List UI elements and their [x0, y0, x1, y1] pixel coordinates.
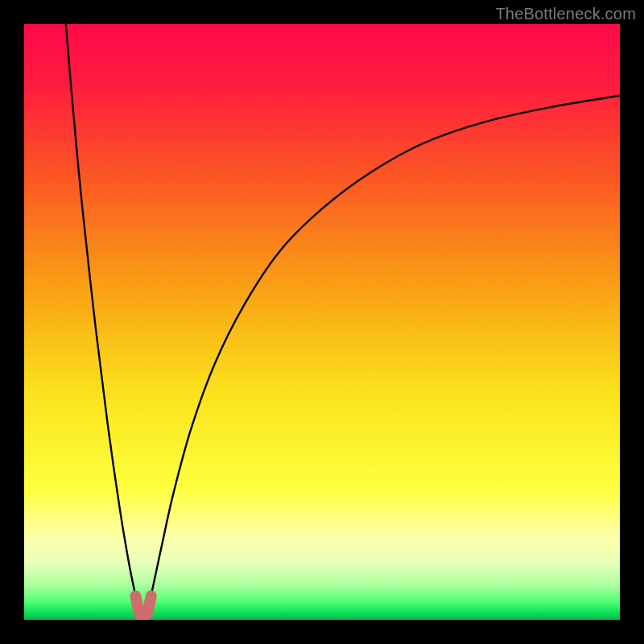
chart-background: [24, 24, 620, 620]
attribution-text: TheBottleneck.com: [495, 5, 636, 23]
plot-area: [24, 24, 620, 620]
chart-svg: [24, 24, 620, 620]
chart-frame: TheBottleneck.com: [0, 0, 644, 644]
